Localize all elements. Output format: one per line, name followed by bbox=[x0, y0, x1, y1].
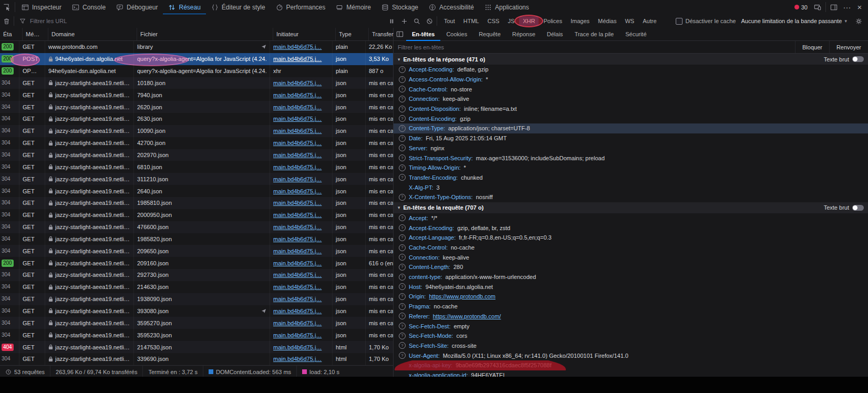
raw-toggle[interactable] bbox=[852, 205, 864, 211]
help-icon[interactable]: ? bbox=[399, 125, 406, 132]
filter-ws-button[interactable]: WS bbox=[621, 16, 638, 26]
toolbox-tab-memoire[interactable]: Mémoire bbox=[330, 0, 376, 14]
filter-css-button[interactable]: CSS bbox=[484, 16, 503, 26]
column-header-2[interactable]: Domaine bbox=[48, 28, 137, 40]
column-header-5[interactable]: Type bbox=[336, 28, 369, 40]
request-row[interactable]: 304GETjazzy-starlight-aeea19.netli…33969… bbox=[0, 353, 393, 365]
split-panel-button[interactable] bbox=[394, 28, 406, 40]
help-icon[interactable]: ? bbox=[399, 224, 406, 231]
request-header-row[interactable]: ?Sec-Fetch-Dest:empty bbox=[394, 321, 868, 331]
initiator-link[interactable]: main.bd4b6d75.j… bbox=[273, 128, 322, 134]
help-icon[interactable]: ? bbox=[399, 333, 406, 339]
response-header-row[interactable]: ?Timing-Allow-Origin:* bbox=[394, 163, 868, 173]
filter-images-button[interactable]: Images bbox=[567, 16, 593, 26]
initiator-link[interactable]: main.bd4b6d75.j… bbox=[273, 152, 322, 158]
help-icon[interactable]: ? bbox=[399, 135, 406, 142]
response-header-row[interactable]: ?X-Content-Type-Options:nosniff bbox=[394, 192, 868, 202]
meatball-menu-button[interactable]: ··· bbox=[841, 3, 853, 12]
request-row[interactable]: 404GETjazzy-starlight-aeea19.netli…21475… bbox=[0, 341, 393, 353]
help-icon[interactable]: ? bbox=[399, 352, 406, 359]
help-icon[interactable]: ? bbox=[399, 86, 406, 92]
response-header-row[interactable]: ?Content-Type:application/json; charset=… bbox=[394, 123, 868, 133]
new-request-button[interactable] bbox=[398, 14, 410, 28]
filter-html-button[interactable]: HTML bbox=[460, 16, 483, 26]
request-header-row[interactable]: x-algolia-application-id:94HE6YATEI bbox=[394, 370, 868, 377]
toolbox-tab-stockage[interactable]: Stockage bbox=[376, 0, 423, 14]
detail-tab-securite[interactable]: Sécurité bbox=[619, 28, 652, 40]
request-row[interactable]: 200GETjazzy-starlight-aeea19.netli…20916… bbox=[0, 257, 393, 269]
help-icon[interactable]: ? bbox=[399, 342, 406, 349]
filter-xhr-button[interactable]: XHR bbox=[519, 16, 539, 26]
response-header-row[interactable]: ?Content-Encoding:gzip bbox=[394, 113, 868, 123]
initiator-link[interactable]: main.bd4b6d75.j… bbox=[273, 248, 322, 254]
block-requests-button[interactable] bbox=[423, 14, 436, 28]
response-header-row[interactable]: ?Connection:keep-alive bbox=[394, 94, 868, 104]
help-icon[interactable]: ? bbox=[399, 174, 406, 181]
headers-filter-input[interactable] bbox=[394, 44, 518, 50]
request-row[interactable]: 304GETjazzy-starlight-aeea19.netli…31121… bbox=[0, 173, 393, 185]
request-row[interactable]: 200POST94he6yatei-dsn.algolia.netquery?x… bbox=[0, 53, 393, 65]
request-row[interactable]: 304GETjazzy-starlight-aeea19.netli…6810.… bbox=[0, 161, 393, 173]
request-row[interactable]: 304GETjazzy-starlight-aeea19.netli…20009… bbox=[0, 209, 393, 221]
help-icon[interactable]: ? bbox=[399, 214, 406, 221]
request-row[interactable]: 304GETjazzy-starlight-aeea19.netli…19858… bbox=[0, 233, 393, 245]
column-header-0[interactable]: Éta bbox=[0, 28, 23, 40]
help-icon[interactable]: ? bbox=[399, 66, 406, 73]
column-header-1[interactable]: Mé… bbox=[23, 28, 48, 40]
help-icon[interactable]: ? bbox=[399, 264, 406, 271]
request-header-row[interactable]: ?Referer:https://www.protondb.com/ bbox=[394, 312, 868, 322]
initiator-link[interactable]: main.bd4b6d75.j… bbox=[273, 332, 322, 338]
help-icon[interactable]: ? bbox=[399, 164, 406, 171]
toolbox-tab-debogueur[interactable]: Débogueur bbox=[111, 0, 163, 14]
request-row[interactable]: 304GETjazzy-starlight-aeea19.netli…2620.… bbox=[0, 101, 393, 113]
request-row[interactable]: 304GETjazzy-starlight-aeea19.netli…39308… bbox=[0, 305, 393, 317]
column-header-4[interactable]: Initiateur bbox=[273, 28, 336, 40]
request-header-row[interactable]: ?Accept-Language:fr,fr-FR;q=0.8,en-US;q=… bbox=[394, 233, 868, 243]
request-row[interactable]: 304GETjazzy-starlight-aeea19.netli…35952… bbox=[0, 329, 393, 341]
request-header-row[interactable]: ?Pragma:no-cache bbox=[394, 302, 868, 312]
search-button[interactable] bbox=[410, 14, 423, 28]
resend-button[interactable]: Renvoyer bbox=[829, 41, 868, 53]
dock-button[interactable] bbox=[827, 4, 841, 11]
request-row[interactable]: 304GETjazzy-starlight-aeea19.netli…19858… bbox=[0, 197, 393, 209]
column-header-3[interactable]: Fichier bbox=[137, 28, 273, 40]
filter-polices-button[interactable]: Polices bbox=[540, 16, 565, 26]
initiator-link[interactable]: main.bd4b6d75.j… bbox=[273, 80, 322, 86]
help-icon[interactable]: ? bbox=[399, 323, 406, 329]
help-icon[interactable]: ? bbox=[399, 115, 406, 122]
request-header-row[interactable]: ?Sec-Fetch-Mode:cors bbox=[394, 331, 868, 341]
request-row[interactable]: 304GETjazzy-starlight-aeea19.netli…10180… bbox=[0, 77, 393, 89]
initiator-link[interactable]: main.bd4b6d75.j… bbox=[273, 260, 322, 266]
initiator-link[interactable]: main.bd4b6d75.j… bbox=[273, 356, 322, 362]
response-header-row[interactable]: ?Cache-Control:no-store bbox=[394, 84, 868, 94]
initiator-link[interactable]: main.bd4b6d75.j… bbox=[273, 140, 322, 146]
request-row[interactable]: 304GETjazzy-starlight-aeea19.netli…20965… bbox=[0, 245, 393, 257]
responsive-design-button[interactable] bbox=[811, 4, 824, 11]
toolbox-tab-inspecteur[interactable]: Inspecteur bbox=[16, 0, 67, 14]
request-row[interactable]: 304GETjazzy-starlight-aeea19.netli…42700… bbox=[0, 137, 393, 149]
request-row[interactable]: 304GETjazzy-starlight-aeea19.netli…21463… bbox=[0, 281, 393, 293]
help-icon[interactable]: ? bbox=[399, 106, 406, 112]
throttling-select[interactable]: Aucune limitation de la bande passante ▾ bbox=[741, 18, 847, 24]
request-header-section-header[interactable]: ▾En-têtes de la requête (707 o)Texte bru… bbox=[394, 202, 868, 213]
request-row[interactable]: 304GETjazzy-starlight-aeea19.netli…29273… bbox=[0, 269, 393, 281]
response-header-row[interactable]: ?Content-Disposition:inline; filename=a.… bbox=[394, 104, 868, 114]
initiator-link[interactable]: main.bd4b6d75.j… bbox=[273, 284, 322, 290]
error-count-badge[interactable]: 30 bbox=[791, 4, 811, 11]
initiator-link[interactable]: main.bd4b6d75.j… bbox=[273, 56, 322, 62]
initiator-link[interactable]: main.bd4b6d75.j… bbox=[273, 320, 322, 326]
pick-element-button[interactable] bbox=[0, 0, 14, 14]
detail-tab-reponse[interactable]: Réponse bbox=[507, 28, 541, 40]
toolbox-tab-performances[interactable]: Performances bbox=[271, 0, 331, 14]
close-devtools-button[interactable]: × bbox=[853, 3, 866, 12]
initiator-link[interactable]: main.bd4b6d75.j… bbox=[273, 308, 322, 314]
block-url-button[interactable]: Bloquer bbox=[795, 41, 829, 53]
request-row[interactable]: 304GETjazzy-starlight-aeea19.netli…2630.… bbox=[0, 113, 393, 125]
disable-cache-control[interactable]: Désactiver le cache bbox=[676, 18, 736, 25]
detail-tab-requete[interactable]: Requête bbox=[473, 28, 507, 40]
initiator-link[interactable]: main.bd4b6d75.j… bbox=[273, 116, 322, 122]
request-header-row[interactable]: ?Host:94he6yatei-dsn.algolia.net bbox=[394, 282, 868, 292]
request-header-row[interactable]: x-algolia-api-key:9ba0e69fb2974316cdaec8… bbox=[394, 360, 868, 370]
toolbox-tab-applications[interactable]: Applications bbox=[479, 0, 534, 14]
initiator-link[interactable]: main.bd4b6d75.j… bbox=[273, 176, 322, 182]
